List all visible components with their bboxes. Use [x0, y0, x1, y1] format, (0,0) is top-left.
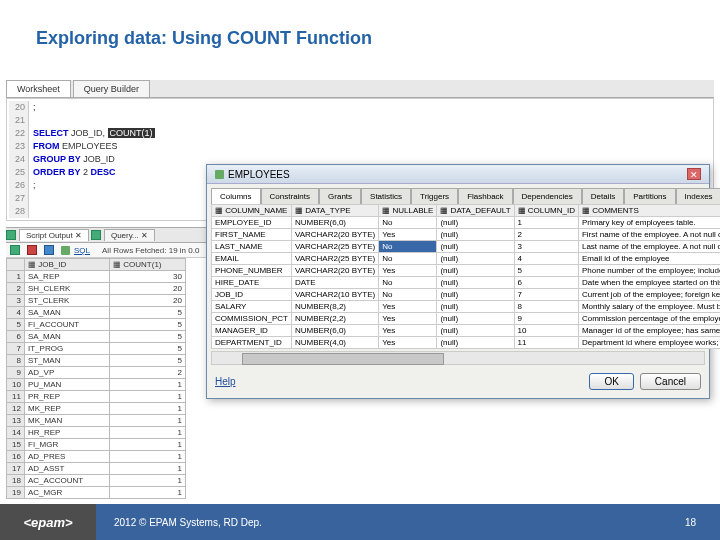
table-row[interactable]: MANAGER_IDNUMBER(6,0)Yes(null)10Manager … [212, 325, 721, 337]
table-row[interactable]: 15FI_MGR1 [7, 439, 186, 451]
epam-logo: <epam> [0, 504, 96, 540]
dialog-tab-grants[interactable]: Grants [319, 188, 361, 204]
sql-icon [61, 246, 70, 255]
save-icon[interactable] [44, 245, 54, 255]
worksheet-tabs: Worksheet Query Builder [6, 80, 714, 98]
dialog-tab-constraints[interactable]: Constraints [261, 188, 319, 204]
pin-icon[interactable] [10, 245, 20, 255]
table-row[interactable]: 5FI_ACCOUNT5 [7, 319, 186, 331]
copyright-text: 2012 © EPAM Systems, RD Dep. [96, 517, 685, 528]
dialog-tab-statistics[interactable]: Statistics [361, 188, 411, 204]
dialog-titlebar: EMPLOYEES ✕ [207, 165, 709, 184]
table-row[interactable]: 2SH_CLERK20 [7, 283, 186, 295]
clear-icon[interactable] [27, 245, 37, 255]
close-icon[interactable]: ✕ [687, 168, 701, 180]
table-icon [215, 170, 224, 179]
tab-query-result[interactable]: Query... ✕ [104, 229, 155, 241]
run-icon-2[interactable] [91, 230, 101, 240]
table-row[interactable]: 19AC_MGR1 [7, 487, 186, 499]
tab-worksheet[interactable]: Worksheet [6, 80, 71, 97]
ok-button[interactable]: OK [589, 373, 633, 390]
table-row[interactable]: PHONE_NUMBERVARCHAR2(20 BYTE)Yes(null)5P… [212, 265, 721, 277]
cancel-button[interactable]: Cancel [640, 373, 701, 390]
footer: <epam> 2012 © EPAM Systems, RD Dep. 18 [0, 504, 720, 540]
table-row[interactable]: EMAILVARCHAR2(25 BYTE)No(null)4Email id … [212, 253, 721, 265]
dialog-title-text: EMPLOYEES [228, 169, 290, 180]
table-row[interactable]: 7IT_PROG5 [7, 343, 186, 355]
table-row[interactable]: 10PU_MAN1 [7, 379, 186, 391]
dialog-tab-dependencies[interactable]: Dependencies [513, 188, 582, 204]
dialog-tab-columns[interactable]: Columns [211, 188, 261, 204]
table-row[interactable]: 13MK_MAN1 [7, 415, 186, 427]
dialog-tab-triggers[interactable]: Triggers [411, 188, 458, 204]
dialog-tab-details[interactable]: Details [582, 188, 624, 204]
table-row[interactable]: 16AD_PRES1 [7, 451, 186, 463]
dialog-tab-partitions[interactable]: Partitions [624, 188, 675, 204]
employees-dialog: EMPLOYEES ✕ ColumnsConstraintsGrantsStat… [206, 164, 710, 399]
help-link[interactable]: Help [215, 376, 236, 387]
table-row[interactable]: 11PR_REP1 [7, 391, 186, 403]
dialog-tab-flashback[interactable]: Flashback [458, 188, 512, 204]
horizontal-scrollbar[interactable] [211, 351, 705, 365]
table-row[interactable]: 1SA_REP30 [7, 271, 186, 283]
result-grid[interactable]: ▦ JOB_ID▦ COUNT(1)1SA_REP302SH_CLERK203S… [6, 258, 186, 499]
table-row[interactable]: 14HR_REP1 [7, 427, 186, 439]
dialog-tab-indexes[interactable]: Indexes [676, 188, 720, 204]
table-row[interactable]: 3ST_CLERK20 [7, 295, 186, 307]
sql-label: SQL [74, 246, 90, 255]
table-row[interactable]: 6SA_MAN5 [7, 331, 186, 343]
table-row[interactable]: HIRE_DATEDATENo(null)6Date when the empl… [212, 277, 721, 289]
table-row[interactable]: 12MK_REP1 [7, 403, 186, 415]
table-row[interactable]: DEPARTMENT_IDNUMBER(4,0)Yes(null)11Depar… [212, 337, 721, 349]
table-row[interactable]: COMMISSION_PCTNUMBER(2,2)Yes(null)9Commi… [212, 313, 721, 325]
table-row[interactable]: 8ST_MAN5 [7, 355, 186, 367]
table-row[interactable]: FIRST_NAMEVARCHAR2(20 BYTE)Yes(null)2Fir… [212, 229, 721, 241]
run-icon[interactable] [6, 230, 16, 240]
table-row[interactable]: SALARYNUMBER(8,2)Yes(null)8Monthly salar… [212, 301, 721, 313]
fetch-status: All Rows Fetched: 19 in 0.0 [102, 246, 199, 255]
tab-script-output[interactable]: Script Output ✕ [19, 229, 89, 241]
table-row[interactable]: 4SA_MAN5 [7, 307, 186, 319]
dialog-tabs: ColumnsConstraintsGrantsStatisticsTrigge… [207, 184, 709, 204]
page-title: Exploring data: Using COUNT Function [0, 0, 720, 49]
table-row[interactable]: 9AD_VP2 [7, 367, 186, 379]
table-row[interactable]: JOB_IDVARCHAR2(10 BYTE)No(null)7Current … [212, 289, 721, 301]
table-row[interactable]: 17AD_ASST1 [7, 463, 186, 475]
table-row[interactable]: LAST_NAMEVARCHAR2(25 BYTE)No(null)3Last … [212, 241, 721, 253]
tab-query-builder[interactable]: Query Builder [73, 80, 150, 97]
page-number: 18 [685, 517, 720, 528]
table-row[interactable]: 18AC_ACCOUNT1 [7, 475, 186, 487]
dialog-button-row: Help OK Cancel [207, 365, 709, 398]
table-row[interactable]: EMPLOYEE_IDNUMBER(6,0)No(null)1Primary k… [212, 217, 721, 229]
columns-grid[interactable]: ▦ COLUMN_NAME▦ DATA_TYPE▦ NULLABLE▦ DATA… [211, 204, 720, 349]
